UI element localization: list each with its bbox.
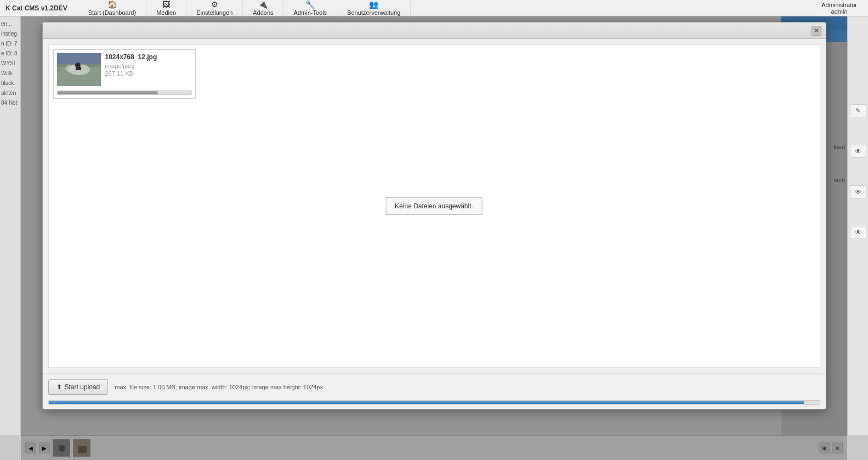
modal-overlay: ✕ [21,16,847,460]
top-navigation: K Cat CMS v1.2DEV 🏠 Start (Dashboard) 🖼 … [0,0,868,16]
nav-item-dashboard[interactable]: 🏠 Start (Dashboard) [78,0,146,17]
left-label-7: ainten [1,88,19,98]
overall-progress-container [48,400,820,405]
modal-header: ✕ [43,22,826,39]
upload-button-label: Start upload [65,383,100,391]
dashboard-icon: 🏠 [107,0,117,9]
nav-label-benutzerverwaltung: Benutzerverwaltung [347,9,400,16]
nav-item-addons[interactable]: 🔌 Addons [243,0,283,17]
benutzerverwaltung-icon: 👥 [369,0,378,9]
nav-label-einstellungen: Einstellungen [196,9,232,16]
nav-items: 🏠 Start (Dashboard) 🖼 Medien ⚙ Einstellu… [78,0,816,17]
file-progress-bar [58,91,158,94]
modal-close-button[interactable]: ✕ [812,26,821,36]
svg-rect-2 [57,53,101,64]
left-label-4: WYSI [1,59,19,69]
nav-label-dashboard: Start (Dashboard) [88,9,136,16]
upload-icon: ⬆ [56,383,62,391]
left-label-0: en... [1,19,19,29]
einstellungen-icon: ⚙ [211,0,218,9]
left-label-3: e ID: 8 [1,49,19,59]
right-sidebar-eye-icon-2[interactable]: 👁 [850,185,866,198]
nav-item-einstellungen[interactable]: ⚙ Einstellungen [186,0,243,17]
left-label-2: n ID: 7 [1,39,19,49]
start-upload-button[interactable]: ⬆ Start upload [48,379,109,395]
file-card: 1024x768_12.jpg image/jpeg 267.11 KB [53,49,196,99]
right-sidebar-eye-icon-1[interactable]: 👁 [850,145,866,158]
medien-icon: 🖼 [162,0,170,9]
app-title: K Cat CMS v1.2DEV [5,4,67,12]
upload-modal: ✕ [42,22,826,410]
left-label-8: 04 Not [1,98,19,108]
right-sidebar-eye-icon-3[interactable]: 👁 [850,226,866,239]
right-sidebar: ✎ 👁 👁 👁 [847,16,868,435]
no-files-message: Keine Dateien ausgewählt. [385,197,483,215]
nav-item-benutzerverwaltung[interactable]: 👥 Benutzerverwaltung [337,0,411,17]
file-progress-bar-container [57,90,192,95]
nav-label-admin-tools: Admin-Tools [294,9,327,16]
user-name: Administrator [821,2,857,8]
overall-progress-bar [49,401,804,404]
svg-point-4 [65,65,76,72]
modal-body: 1024x768_12.jpg image/jpeg 267.11 KB Kei… [48,44,820,368]
modal-footer: ⬆ Start upload max. file size: 1.00 MB; … [43,373,826,400]
left-label-1: instieg [1,29,19,39]
file-size: 267.11 KB [105,70,192,77]
file-info: 1024x768_12.jpg image/jpeg 267.11 KB [105,53,192,77]
addons-icon: 🔌 [258,0,268,9]
user-username: admin [831,8,848,15]
nav-label-addons: Addons [253,9,273,16]
file-card-inner: 1024x768_12.jpg image/jpeg 267.11 KB [57,53,192,86]
left-sidebar: en... instieg n ID: 7 e ID: 8 WYSI Willk… [0,16,21,435]
svg-rect-6 [76,67,81,70]
file-thumbnail-image [57,53,101,86]
file-type: image/jpeg [105,63,192,69]
footer-info-text: max. file size: 1.00 MB; image max. widt… [115,384,323,390]
left-label-6: black [1,78,19,88]
left-label-5: Willk [1,69,19,78]
file-thumbnail [57,53,101,86]
user-info[interactable]: Administrator admin [816,1,863,16]
nav-item-admin-tools[interactable]: 🔧 Admin-Tools [284,0,338,17]
nav-item-medien[interactable]: 🖼 Medien [146,0,186,17]
nav-label-medien: Medien [156,9,176,16]
left-sidebar-labels: en... instieg n ID: 7 e ID: 8 WYSI Willk… [0,16,20,111]
right-sidebar-edit-icon-1[interactable]: ✎ [850,104,866,117]
file-name: 1024x768_12.jpg [105,53,192,61]
admin-tools-icon: 🔧 [305,0,315,9]
